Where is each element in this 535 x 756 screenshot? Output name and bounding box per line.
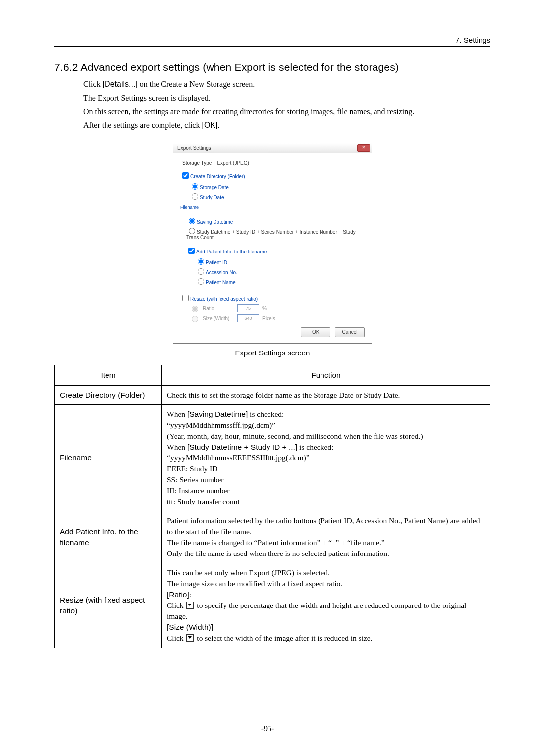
ratio-radio[interactable]: [192, 306, 198, 312]
txt: Click: [167, 634, 185, 642]
page-number: -95-: [0, 724, 535, 733]
table-row: Resize (with fixed aspect ratio) This ca…: [55, 563, 490, 648]
txt: Click: [167, 601, 185, 609]
intro-l1a: Click: [83, 80, 103, 88]
txt: (Year, month, day, hour, minute, second,…: [167, 432, 423, 440]
patient-name-label: Patient Name: [206, 280, 236, 285]
intro-l3: On this screen, the settings are made fo…: [83, 106, 490, 118]
patient-id-label: Patient ID: [206, 260, 227, 265]
dropdown-icon: [186, 602, 194, 609]
intro-l2: The Export Settings screen is displayed.: [83, 92, 490, 104]
txt: EEEE: Study ID: [167, 464, 217, 473]
intro-block: Click [Details...] on the Create a New S…: [83, 78, 490, 132]
ratio-dropdown[interactable]: 75: [237, 304, 259, 312]
txt-bold: [Saving Datetime]: [187, 410, 248, 418]
txt: to select the width of the image after i…: [195, 634, 372, 642]
txt: is checked:: [248, 410, 284, 418]
cell-function: Check this to set the storage folder nam…: [162, 386, 490, 405]
ok-button[interactable]: OK: [301, 327, 330, 337]
cell-item: Create Directory (Folder): [55, 386, 162, 405]
cancel-button[interactable]: Cancel: [335, 327, 365, 337]
create-directory-label: Create Directory (Folder): [190, 174, 245, 179]
create-directory-checkbox[interactable]: Create Directory (Folder): [180, 171, 365, 180]
intro-l4c: .: [217, 121, 219, 129]
cell-function: This can be set only when Export (JPEG) …: [162, 563, 490, 648]
th-item: Item: [55, 365, 162, 386]
size-width-radio[interactable]: [192, 316, 198, 322]
cell-function: Patient information selected by the radi…: [162, 511, 490, 563]
cell-item: Resize (with fixed aspect ratio): [55, 563, 162, 648]
patient-id-radio[interactable]: Patient ID: [195, 257, 363, 265]
txt: The file name is changed to “Patient inf…: [167, 538, 385, 547]
dialog-titlebar: Export Settings ✕: [173, 143, 372, 153]
txt: :: [213, 623, 215, 631]
cell-item: Add Patient Info. to the filename: [55, 511, 162, 563]
storage-type-value: Export (JPEG): [217, 160, 249, 166]
section-heading: 7.6.2 Advanced export settings (when Exp…: [54, 61, 490, 73]
patient-name-radio[interactable]: Patient Name: [195, 277, 363, 285]
close-icon[interactable]: ✕: [357, 144, 370, 152]
txt: to specify the percentage that the width…: [167, 601, 466, 620]
figure-caption: Export Settings screen: [54, 349, 490, 357]
th-function: Function: [162, 365, 490, 386]
txt: Only the file name is used when there is…: [167, 549, 389, 557]
size-width-unit: Pixels: [262, 316, 275, 321]
table-header-row: Item Function: [55, 365, 490, 386]
dialog-title: Export Settings: [177, 145, 211, 151]
saving-datetime-radio[interactable]: Saving Datetime: [186, 216, 363, 225]
txt: SS: Series number: [167, 475, 224, 484]
accession-no-radio[interactable]: Accession No.: [195, 267, 363, 275]
study-datetime-radio[interactable]: Study Datetime + Study ID + Series Numbe…: [186, 226, 363, 240]
storage-type-label: Storage Type: [182, 160, 212, 166]
txt: This can be set only when Export (JPEG) …: [167, 568, 330, 577]
cell-item: Filename: [55, 405, 162, 511]
filename-group-label: Filename: [180, 205, 365, 210]
export-settings-dialog: Export Settings ✕ Storage Type Export (J…: [173, 143, 372, 344]
storage-date-label: Storage Date: [200, 185, 229, 190]
study-datetime-label: Study Datetime + Study ID + Series Numbe…: [186, 229, 356, 240]
intro-bold-ok: [OK]: [202, 121, 217, 129]
txt: When: [167, 443, 187, 451]
size-width-label: Size (Width): [203, 316, 234, 321]
accession-no-label: Accession No.: [206, 270, 237, 275]
add-patient-info-checkbox[interactable]: Add Patient Info. to the filename: [186, 246, 363, 255]
dropdown-icon: [186, 634, 194, 642]
txt: “yyyyMMddhhmmssfff.jpg(.dcm)”: [167, 421, 275, 429]
study-date-label: Study Date: [200, 195, 224, 200]
size-width-dropdown[interactable]: 640: [237, 314, 259, 322]
settings-table: Item Function Create Directory (Folder) …: [54, 365, 490, 648]
storage-date-radio[interactable]: Storage Date: [189, 182, 365, 190]
txt: ttt: Study transfer count: [167, 497, 240, 505]
txt-bold: [Size (Width)]: [167, 623, 213, 631]
txt-bold: [Ratio]: [167, 590, 189, 599]
study-date-radio[interactable]: Study Date: [189, 192, 365, 200]
saving-datetime-label: Saving Datetime: [197, 219, 233, 225]
resize-label: Resize (with fixed aspect ratio): [190, 296, 258, 302]
txt: III: Instance number: [167, 486, 230, 495]
table-row: Add Patient Info. to the filename Patien…: [55, 511, 490, 563]
txt-bold: [Study Datetime + Study ID + ...]: [187, 443, 297, 451]
ratio-label: Ratio: [203, 306, 234, 311]
header-rule: [54, 46, 490, 47]
intro-l4a: After the settings are complete, click: [83, 121, 202, 129]
cell-function: When [Saving Datetime] is checked: “yyyy…: [162, 405, 490, 511]
txt: “yyyyMMddhhmmssEEEESSIIIttt.jpg(.dcm)”: [167, 454, 310, 462]
intro-bold-details: [Details...]: [103, 80, 138, 88]
txt: :: [189, 590, 191, 599]
ratio-unit: %: [262, 306, 267, 311]
running-header: 7. Settings: [54, 36, 490, 44]
table-row: Create Directory (Folder) Check this to …: [55, 386, 490, 405]
txt: Patient information selected by the radi…: [167, 516, 480, 536]
intro-l1c: on the Create a New Storage screen.: [138, 80, 255, 88]
table-row: Filename When [Saving Datetime] is check…: [55, 405, 490, 511]
resize-checkbox[interactable]: Resize (with fixed aspect ratio): [180, 293, 365, 302]
add-patient-info-label: Add Patient Info. to the filename: [196, 249, 267, 254]
txt: is checked:: [297, 443, 333, 451]
txt: The image size can be modified with a fi…: [167, 579, 342, 588]
txt: When: [167, 410, 187, 418]
